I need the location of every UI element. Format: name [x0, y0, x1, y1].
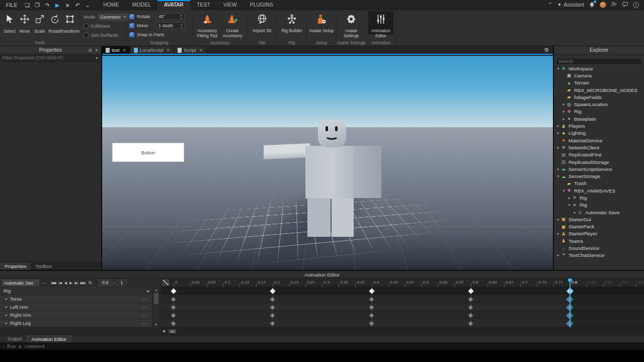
redo-icon[interactable]: ↷ — [43, 1, 51, 10]
join-surfaces-checkbox[interactable] — [84, 33, 89, 38]
import-3d-button[interactable]: Import 3D — [250, 11, 275, 35]
expand-arrow-icon[interactable]: ▸ — [573, 210, 577, 215]
tree-item-rbx-microbone-nodes[interactable]: ▰RBX_MICROBONE_NODES — [554, 86, 644, 94]
tree-item-materialservice[interactable]: ●MaterialService — [554, 137, 644, 144]
menu-tab-home[interactable]: HOME — [97, 0, 126, 10]
create-accessory-button[interactable]: Create Accessory — [220, 11, 245, 35]
tree-item-networkclient[interactable]: ▸⊕NetworkClient — [554, 144, 644, 151]
scrollbar-thumb[interactable] — [154, 293, 158, 304]
undo-icon[interactable]: ↶ — [73, 1, 82, 10]
expand-arrow-icon[interactable]: ▸ — [556, 253, 560, 257]
tree-item-soundservice[interactable]: ♪SoundService — [554, 244, 644, 251]
rotate-snap-checkbox[interactable] — [129, 14, 134, 19]
tree-item-rig[interactable]: ▾#Rig — [554, 202, 644, 209]
expand-arrow-icon[interactable]: ▸ — [4, 297, 9, 301]
tree-item-teams[interactable]: ♟Teams — [554, 237, 644, 244]
character-right-leg[interactable] — [332, 198, 354, 237]
command-input[interactable] — [7, 343, 644, 349]
expand-arrow-icon[interactable]: ▸ — [556, 167, 560, 171]
play-reverse-button[interactable]: ◀ — [63, 279, 68, 287]
track-row-right-leg[interactable]: ▸Right Leg⋯ — [0, 319, 152, 327]
move-snap-value[interactable]: 1 studs▲▼ — [156, 22, 185, 29]
expand-arrow-icon[interactable]: ▸ — [561, 102, 566, 107]
add-collaborator-icon[interactable] — [611, 1, 617, 9]
tracks-vertical-scrollbar[interactable]: ▲ ▼ — [153, 287, 159, 327]
play-button[interactable]: ▶ — [68, 279, 73, 287]
tree-item-rig[interactable]: ▸❖Rig — [554, 108, 644, 115]
menu-tab-avatar[interactable]: AVATAR — [157, 0, 190, 10]
document-tab-test[interactable]: test✕ — [102, 46, 130, 54]
more-dropdown-icon[interactable]: ⌄ — [84, 1, 92, 10]
scroll-down-icon[interactable]: ▼ — [153, 322, 159, 327]
tree-item-starterplayer[interactable]: ▸♟StarterPlayer — [554, 230, 644, 237]
dock-tab-animation-editor[interactable]: Animation Editor — [27, 335, 72, 342]
tree-item-spawnlocation[interactable]: ▸◎SpawnLocation — [554, 101, 644, 108]
character-torso[interactable] — [305, 146, 354, 199]
document-tab-localscript[interactable]: LocalScript✕ — [130, 46, 175, 54]
expand-arrow-icon[interactable]: ▸ — [556, 231, 560, 236]
expand-arrow-icon[interactable]: ▸ — [4, 313, 9, 317]
tool-scale-button[interactable]: Scale — [32, 12, 47, 34]
animation-editor-button[interactable]: Animation Editor — [368, 11, 393, 35]
character-left-leg[interactable] — [307, 198, 331, 237]
track-menu-button[interactable]: ⋯ — [141, 305, 148, 310]
open-file-icon[interactable]: ❐ — [33, 1, 41, 10]
expand-arrow-icon[interactable]: ▸ — [556, 145, 560, 150]
avatar-setup-button[interactable]: Avatar Setup — [309, 11, 334, 35]
expand-arrow-icon[interactable]: ▸ — [4, 305, 9, 309]
popout-panel-icon[interactable]: ⧉ — [89, 46, 92, 54]
chevron-down-icon[interactable]: ▼ — [95, 56, 99, 60]
accessory-fitting-tool-button[interactable]: Accessory Fitting Tool — [195, 11, 220, 35]
track-row-torso[interactable]: ▸Torso⋯ — [0, 295, 152, 303]
filter-properties-input[interactable] — [3, 55, 94, 60]
tree-item-foliagefields[interactable]: ▰foliageFields — [554, 94, 644, 101]
comments-icon[interactable] — [622, 1, 628, 9]
playhead-handle[interactable] — [568, 279, 572, 282]
join-surfaces-checkbox-row[interactable]: Join Surfaces — [84, 31, 126, 40]
expand-arrow-icon[interactable]: ▾ — [561, 189, 566, 193]
tree-item-players[interactable]: ▸♟Players — [554, 122, 644, 129]
gear-icon[interactable]: ⚙ — [544, 47, 549, 53]
stepper-arrows-icon[interactable]: ▲▼ — [180, 23, 183, 29]
tree-item-serverstorage[interactable]: ▾☁ServerStorage — [554, 172, 644, 179]
expand-arrow-icon[interactable]: ▸ — [4, 321, 9, 325]
skip-to-end-button[interactable]: ▶▶| — [79, 279, 87, 287]
collisions-checkbox-row[interactable]: Collisions — [84, 22, 126, 31]
expand-arrow-icon[interactable]: ▸ — [556, 131, 560, 135]
move-snap-checkbox[interactable] — [129, 23, 134, 28]
menu-tab-test[interactable]: TEST — [190, 0, 217, 10]
close-tab-icon[interactable]: ✕ — [199, 48, 203, 53]
stop-icon[interactable]: ■ — [63, 1, 71, 10]
add-track-button[interactable]: + — [144, 288, 152, 294]
rig-summary-row[interactable]: Rig + — [0, 287, 152, 295]
tree-item-replicatedstorage[interactable]: ▥ReplicatedStorage — [554, 158, 644, 165]
expand-arrow-icon[interactable]: ▸ — [561, 117, 566, 121]
expand-arrow-icon[interactable]: ▸ — [561, 109, 566, 114]
user-avatar[interactable] — [600, 2, 606, 8]
total-time-field[interactable]: 1 — [116, 280, 127, 286]
notifications-bell-icon[interactable] — [589, 2, 595, 8]
close-tab-icon[interactable]: ✕ — [167, 48, 171, 53]
tree-item-trash[interactable]: ▰Trash — [554, 180, 644, 187]
track-row-right-arm[interactable]: ▸Right Arm⋯ — [0, 311, 152, 319]
tree-item-starterpack[interactable]: ◼StarterPack — [554, 223, 644, 230]
loop-button[interactable]: ↻ — [87, 279, 94, 287]
dock-tab-output[interactable]: Output — [3, 335, 27, 342]
tree-item-camera[interactable]: ▣Camera — [554, 72, 644, 79]
help-icon[interactable]: ? — [633, 2, 639, 8]
character-head[interactable] — [318, 120, 346, 147]
playhead-line[interactable] — [570, 279, 571, 327]
scroll-up-icon[interactable]: ▲ — [153, 287, 159, 293]
step-forward-button[interactable]: ▶| — [73, 279, 79, 287]
dope-sheet[interactable] — [161, 287, 644, 327]
explorer-search-input[interactable] — [556, 58, 642, 65]
skip-to-start-button[interactable]: |◀◀ — [49, 279, 57, 287]
track-row-left-arm[interactable]: ▸Left Arm⋯ — [0, 303, 152, 311]
menu-tab-model[interactable]: MODEL — [126, 0, 157, 10]
mode-dropdown[interactable]: Geometric ▼ — [98, 14, 128, 21]
scroll-left-icon[interactable]: ◀ — [162, 328, 165, 334]
track-menu-button[interactable]: ⋯ — [141, 321, 148, 326]
tree-item-serverscriptservice[interactable]: ▸☁ServerScriptService — [554, 165, 644, 172]
animation-name-field[interactable] — [2, 280, 39, 286]
expand-arrow-icon[interactable]: ▸ — [556, 124, 560, 128]
